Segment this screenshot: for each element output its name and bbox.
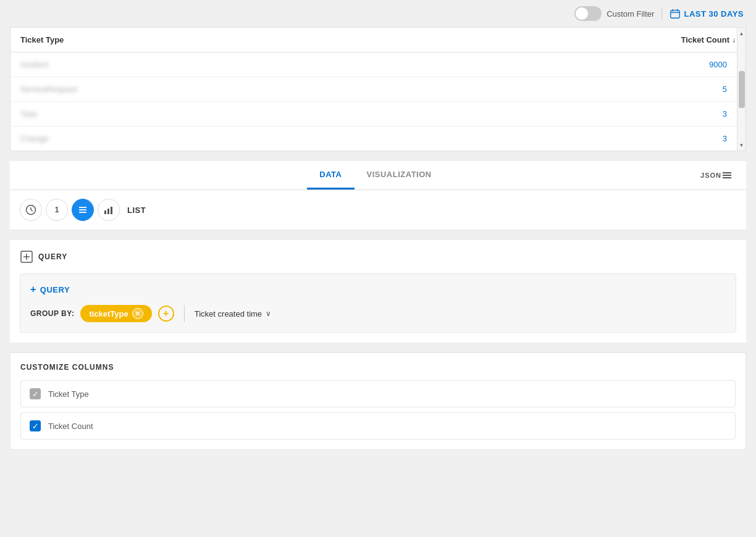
row-label-0: Incident	[20, 60, 49, 69]
data-table: Ticket Type Ticket Count ↓ Incident 9000…	[10, 27, 746, 151]
clock-icon	[25, 204, 36, 215]
tabs-header: DATA VISUALIZATION JSON	[10, 161, 746, 189]
customize-columns-section: CUSTOMIZE COLUMNS ✓ Ticket Type ✓ Ticket…	[10, 352, 746, 450]
table-row: Task 3	[10, 102, 746, 127]
column-item-ticket-count: ✓ Ticket Count	[20, 412, 736, 439]
number-icon: 1	[55, 206, 59, 214]
query-icon	[20, 250, 33, 264]
svg-rect-12	[111, 207, 112, 214]
number-view-button[interactable]: 1	[46, 199, 68, 221]
scroll-down-button[interactable]: ▼	[739, 141, 745, 149]
last-30-days-button[interactable]: LAST 30 DAYS	[670, 8, 744, 19]
group-separator	[184, 305, 185, 322]
top-bar-divider	[662, 7, 662, 20]
col2-header: Ticket Count ↓	[681, 35, 736, 44]
view-controls: 1 LIST	[10, 190, 746, 230]
add-query-label: QUERY	[40, 285, 70, 294]
tabs-list: DATA VISUALIZATION	[307, 161, 443, 189]
list-icon	[77, 204, 88, 215]
table-header: Ticket Type Ticket Count ↓	[10, 28, 746, 52]
sort-arrow-icon[interactable]: ↓	[732, 36, 736, 44]
row-value-0[interactable]: 9000	[709, 60, 727, 69]
query-section-title: QUERY	[38, 252, 67, 261]
json-label: JSON	[700, 172, 721, 179]
calendar-icon	[670, 8, 681, 19]
query-header: QUERY	[20, 250, 736, 264]
json-button[interactable]: JSON	[700, 172, 731, 179]
row-label-1: ServiceRequest	[20, 85, 77, 94]
row-label-3: Change	[20, 134, 49, 143]
query-section: QUERY + QUERY GROUP BY: ticketType ✕ + T…	[10, 240, 746, 343]
row-label-2: Task	[20, 109, 37, 119]
view-label: LIST	[127, 206, 146, 215]
table-row: Incident 9000	[10, 52, 746, 77]
list-view-button[interactable]	[72, 199, 94, 221]
tab-data[interactable]: DATA	[307, 161, 354, 189]
col1-header: Ticket Type	[20, 35, 64, 44]
query-body: + QUERY GROUP BY: ticketType ✕ + Ticket …	[20, 273, 736, 333]
add-plus-icon: +	[30, 284, 36, 295]
row-value-1[interactable]: 5	[723, 85, 727, 94]
ticket-count-checkbox[interactable]: ✓	[30, 420, 41, 431]
row-value-2[interactable]: 3	[723, 109, 727, 119]
svg-line-6	[31, 210, 33, 211]
row-value-3[interactable]: 3	[723, 134, 727, 143]
column-item-ticket-type: ✓ Ticket Type	[20, 380, 736, 407]
ticket-type-col-label: Ticket Type	[48, 389, 89, 399]
custom-filter-label: Custom Filter	[607, 9, 654, 19]
custom-filter-toggle[interactable]	[574, 6, 602, 21]
json-lines-icon	[723, 172, 731, 178]
svg-rect-10	[104, 210, 106, 214]
group-by-label: GROUP BY:	[30, 309, 74, 318]
customize-columns-title: CUSTOMIZE COLUMNS	[20, 363, 736, 372]
tag-add-button[interactable]: +	[158, 306, 174, 322]
ticket-type-tag[interactable]: ticketType ✕	[80, 305, 151, 322]
bar-view-button[interactable]	[98, 199, 120, 221]
table-row: Change 3	[10, 127, 746, 151]
clock-view-button[interactable]	[20, 199, 42, 221]
custom-filter-toggle-wrap: Custom Filter	[574, 6, 654, 21]
add-query-button[interactable]: + QUERY	[30, 284, 726, 295]
top-bar: Custom Filter LAST 30 DAYS	[0, 0, 756, 27]
tag-label: ticketType	[89, 309, 128, 318]
toggle-knob	[576, 7, 588, 20]
ticket-count-col-label: Ticket Count	[48, 422, 93, 431]
chevron-down-icon: ∨	[266, 309, 271, 318]
time-filter-dropdown[interactable]: Ticket created time ∨	[195, 309, 271, 318]
tag-remove-button[interactable]: ✕	[132, 308, 143, 319]
svg-rect-11	[107, 209, 109, 214]
scroll-up-button[interactable]: ▲	[739, 29, 745, 38]
time-filter-label: Ticket created time	[195, 309, 262, 318]
tab-visualization[interactable]: VISUALIZATION	[355, 161, 444, 189]
ticket-type-checkbox[interactable]: ✓	[30, 388, 41, 399]
bar-chart-icon	[103, 204, 114, 215]
group-by-row: GROUP BY: ticketType ✕ + Ticket created …	[30, 305, 726, 322]
svg-rect-0	[671, 10, 679, 19]
last-30-days-label: LAST 30 DAYS	[684, 9, 744, 19]
scroll-thumb[interactable]	[739, 71, 745, 108]
table-row: ServiceRequest 5	[10, 77, 746, 102]
tabs-section: DATA VISUALIZATION JSON	[10, 161, 746, 190]
scrollbar-track[interactable]: ▲ ▼	[737, 28, 746, 151]
